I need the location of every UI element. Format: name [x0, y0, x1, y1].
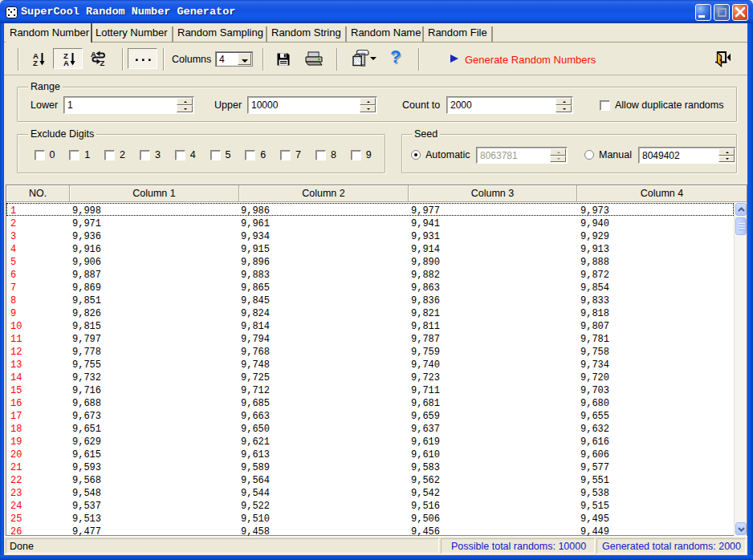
svg-text:A: A: [63, 59, 69, 67]
svg-text:Z: Z: [33, 59, 38, 67]
svg-text:Z: Z: [100, 59, 105, 67]
